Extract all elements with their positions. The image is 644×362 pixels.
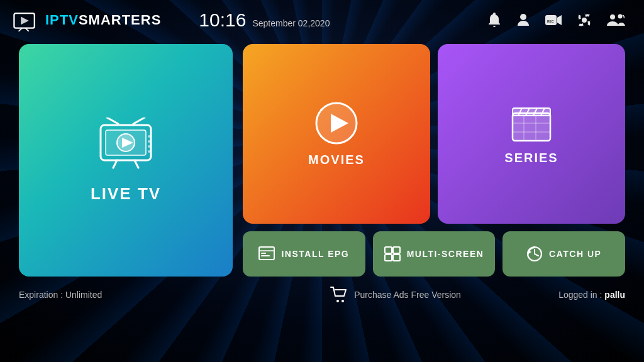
iptv-logo-icon: [13, 9, 43, 31]
svg-text:REC: REC: [547, 19, 554, 23]
svg-rect-39: [385, 247, 392, 253]
svg-line-11: [107, 118, 118, 124]
svg-rect-38: [261, 255, 270, 256]
expiration-value: Unlimited: [65, 290, 102, 300]
series-clap-icon: [509, 103, 553, 143]
logo-smarters: SMARTERS: [79, 12, 161, 28]
multi-screen-label: MULTI-SCREEN: [407, 249, 484, 259]
live-tv-card[interactable]: LIVE TV: [19, 44, 233, 277]
svg-marker-3: [21, 17, 29, 25]
multiuser-icon[interactable]: [606, 12, 625, 28]
svg-point-4: [520, 14, 526, 20]
logo-text: IPTVSMARTERS: [45, 12, 161, 28]
svg-line-12: [133, 118, 145, 124]
live-tv-icon: [94, 118, 157, 174]
multi-screen-card[interactable]: MULTI-SCREEN: [373, 231, 496, 277]
header-time-area: 10:16 September 02,2020: [199, 9, 330, 31]
logo-iptv: IPTV: [45, 12, 79, 28]
top-cards: MOVIES: [243, 44, 625, 224]
svg-line-18: [135, 160, 138, 168]
series-label: SERIES: [504, 151, 558, 165]
svg-point-10: [618, 14, 623, 19]
install-epg-label: INSTALL EPG: [281, 249, 349, 259]
multiscreen-icon: [384, 246, 401, 261]
cart-icon: [330, 287, 348, 303]
footer-purchase[interactable]: Purchase Ads Free Version: [233, 287, 558, 303]
footer: Expiration : Unlimited Purchase Ads Free…: [0, 283, 644, 307]
svg-point-9: [610, 14, 615, 19]
movies-card[interactable]: MOVIES: [243, 44, 430, 224]
notification-icon[interactable]: [487, 12, 502, 28]
svg-marker-6: [557, 15, 562, 25]
main-content: LIVE TV MOVIES: [0, 38, 644, 283]
epg-icon: [258, 246, 275, 261]
expiration-label: Expiration :: [19, 290, 63, 300]
footer-login: Logged in : pallu: [558, 290, 625, 300]
movies-label: MOVIES: [308, 153, 365, 167]
catch-up-label: CATCH UP: [549, 249, 601, 259]
catchup-icon: [526, 246, 543, 262]
svg-point-22: [148, 150, 150, 153]
header: IPTVSMARTERS 10:16 September 02,2020 REC: [0, 0, 644, 38]
live-tv-label: LIVE TV: [91, 184, 161, 204]
svg-line-17: [113, 160, 117, 168]
logged-in-label: Logged in :: [558, 290, 602, 300]
settings-icon[interactable]: [576, 12, 592, 28]
bottom-cards: INSTALL EPG MULTI-SCREEN: [243, 231, 625, 277]
svg-point-8: [582, 18, 587, 23]
svg-line-45: [535, 254, 538, 256]
svg-point-48: [341, 300, 344, 302]
svg-point-20: [148, 140, 150, 143]
svg-rect-40: [393, 247, 400, 253]
install-epg-card[interactable]: INSTALL EPG: [243, 231, 365, 277]
header-icons: REC: [487, 12, 625, 28]
svg-rect-25: [513, 113, 550, 141]
svg-rect-37: [261, 253, 266, 254]
movies-play-icon: [314, 101, 358, 145]
series-card[interactable]: SERIES: [438, 44, 625, 224]
svg-point-47: [336, 300, 339, 302]
svg-point-19: [148, 135, 150, 138]
catch-up-card[interactable]: CATCH UP: [502, 231, 625, 277]
time-display: 10:16: [199, 9, 246, 31]
footer-expiration: Expiration : Unlimited: [19, 290, 233, 300]
right-column: MOVIES: [243, 44, 625, 277]
svg-point-21: [148, 145, 150, 148]
purchase-text: Purchase Ads Free Version: [354, 290, 461, 300]
record-icon[interactable]: REC: [545, 13, 562, 27]
svg-rect-42: [393, 255, 400, 261]
logo: IPTVSMARTERS: [13, 9, 161, 31]
date-display: September 02,2020: [252, 18, 330, 28]
logged-in-user: pallu: [604, 290, 625, 300]
user-icon[interactable]: [516, 12, 531, 28]
svg-rect-41: [385, 255, 392, 261]
